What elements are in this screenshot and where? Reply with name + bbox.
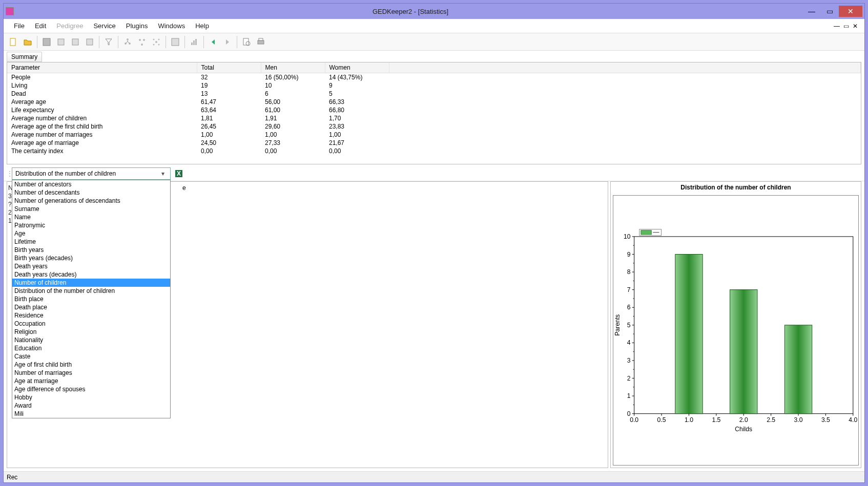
pedigree-button[interactable] [169,35,182,49]
new-file-button[interactable] [7,35,20,49]
dropdown-item[interactable]: Death place [12,303,170,311]
excel-icon: X [174,169,183,178]
dropdown-item[interactable]: Birth years [12,246,170,254]
dropdown-item[interactable]: Residence [12,311,170,320]
table-row[interactable]: Living19109 [7,81,861,90]
svg-text:7: 7 [627,286,631,293]
dropdown-item[interactable]: Number of marriages [12,369,170,377]
summary-table[interactable]: Parameter Total Men Women People3216 (50… [7,62,861,164]
svg-rect-1 [43,38,50,46]
table-cell: 27,33 [261,139,325,147]
dropdown-item[interactable]: Occupation [12,320,170,328]
dropdown-item[interactable]: Religion [12,328,170,336]
table-row[interactable]: Dead1365 [7,90,861,98]
nav-forward-button[interactable] [221,35,234,49]
table-cell: 56,00 [261,98,325,106]
table-row[interactable]: Life expectancy63,6461,0066,80 [7,106,861,114]
dropdown-item[interactable]: Distribution of the number of children [12,287,170,295]
export-excel-button[interactable]: X [173,167,185,180]
toolbar-separator [184,36,185,48]
svg-rect-18 [193,40,195,45]
dropdown-item[interactable]: Death years [12,262,170,270]
dropdown-item[interactable]: Age difference of spouses [12,385,170,393]
dropdown-item[interactable]: Age at marriage [12,377,170,385]
menu-edit[interactable]: Edit [30,22,51,30]
svg-text:0.5: 0.5 [657,416,666,424]
filter-button[interactable] [102,35,115,49]
svg-text:2: 2 [627,375,631,382]
table-cell: 0,00 [325,147,389,155]
svg-point-5 [127,38,129,40]
dropdown-item[interactable]: Caste [12,352,170,361]
table-row[interactable]: Average age of marriage24,5027,3321,67 [7,139,861,147]
col-total[interactable]: Total [197,62,261,73]
table-row[interactable]: Average age of the first child birth26,4… [7,122,861,131]
table-row[interactable]: Average age61,4756,0066,33 [7,98,861,106]
minimize-button[interactable]: — [803,6,820,17]
dropdown-item[interactable]: Number of children [12,279,170,287]
bar-chart: 0123456789100.00.51.01.52.02.53.03.54.0C… [613,196,858,465]
mdi-close-icon[interactable]: ✕ [851,22,859,30]
menu-help[interactable]: Help [190,22,214,30]
svg-point-11 [155,41,157,43]
stats-button[interactable] [188,35,201,49]
svg-rect-17 [191,43,193,45]
dropdown-item[interactable]: Name [12,213,170,221]
col-men[interactable]: Men [261,62,325,73]
print-button[interactable] [254,35,267,49]
toolbar [4,33,864,51]
nav-back-button[interactable] [206,35,220,49]
stats-mode-combo[interactable]: Distribution of the number of children ▾ [12,167,171,180]
maximize-button[interactable]: ▭ [821,6,838,17]
tree-descendants-button[interactable] [135,35,149,49]
dropdown-item[interactable]: Mili [12,410,170,418]
record-edit-button[interactable] [69,35,82,49]
dropdown-item[interactable]: Birth place [12,295,170,303]
svg-rect-3 [72,39,78,45]
dropdown-item[interactable]: Hobby [12,393,170,402]
dropdown-item[interactable]: Number of descendants [12,188,170,197]
dropdown-item[interactable]: Age [12,229,170,238]
dropdown-item[interactable]: Lifetime [12,238,170,246]
dropdown-item[interactable]: Patronymic [12,221,170,229]
svg-point-12 [153,38,155,40]
table-cell: People [7,73,197,82]
dropdown-item[interactable]: Nationality [12,336,170,344]
open-file-button[interactable] [21,35,34,49]
table-row[interactable]: People3216 (50,00%)14 (43,75%) [7,73,861,82]
dropdown-item[interactable]: Death years (decades) [12,270,170,279]
menu-plugins[interactable]: Plugins [121,22,153,30]
dropdown-item[interactable]: Birth years (decades) [12,254,170,262]
preview-button[interactable] [240,35,253,49]
dropdown-item[interactable]: Age of first child birth [12,361,170,369]
dropdown-item[interactable]: Number of generations of descendants [12,197,170,205]
table-row[interactable]: Average number of children1,811,911,70 [7,114,861,122]
col-women[interactable]: Women [325,62,389,73]
chevron-down-icon: ▾ [159,170,167,177]
mdi-restore-icon[interactable]: ▭ [842,22,850,30]
tree-ancestors-button[interactable] [121,35,134,49]
record-edit-icon [71,37,80,47]
record-delete-button[interactable] [83,35,96,49]
tree-both-button[interactable] [150,35,163,49]
stats-mode-dropdown[interactable]: Number of ancestorsNumber of descendants… [12,180,171,418]
dropdown-item[interactable]: Surname [12,205,170,213]
svg-rect-0 [10,38,15,46]
save-icon [42,37,51,47]
dropdown-item[interactable]: Award [12,402,170,410]
table-cell: Dead [7,90,197,98]
dropdown-item[interactable]: Education [12,344,170,352]
col-parameter[interactable]: Parameter [7,62,197,73]
table-row[interactable]: Average number of marriages1,001,001,00 [7,131,861,139]
mdi-minimize-icon[interactable]: — [833,22,841,30]
menu-file[interactable]: File [9,22,30,30]
record-add-button[interactable] [54,35,68,49]
table-cell: Average age of the first child birth [7,122,197,131]
menu-service[interactable]: Service [88,22,120,30]
table-cell: 13 [197,90,261,98]
menu-windows[interactable]: Windows [153,22,190,30]
save-button[interactable] [40,35,53,49]
table-row[interactable]: The certainty index0,000,000,00 [7,147,861,155]
close-button[interactable]: ✕ [839,6,862,17]
dropdown-item[interactable]: Number of ancestors [12,180,170,188]
